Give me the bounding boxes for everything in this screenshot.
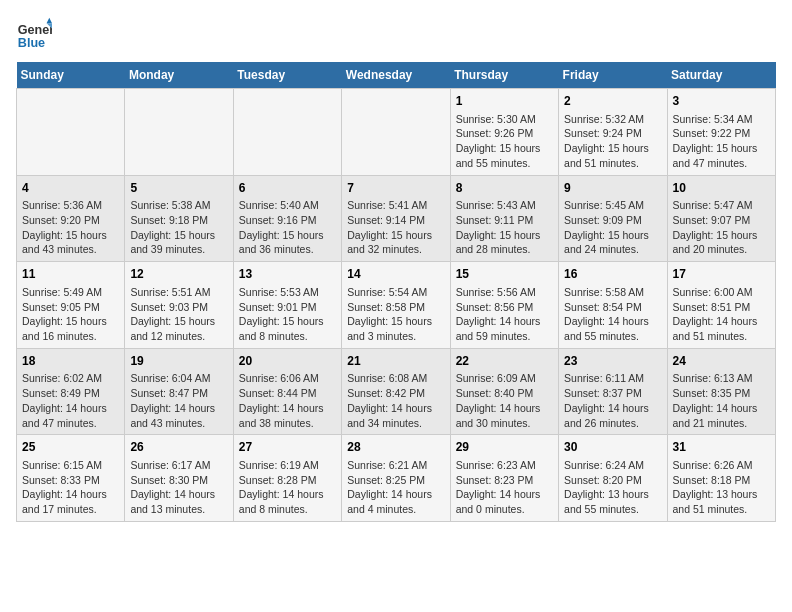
day-info: Sunset: 9:24 PM	[564, 126, 661, 141]
day-number: 13	[239, 266, 336, 283]
day-info: Sunset: 8:20 PM	[564, 473, 661, 488]
day-number: 28	[347, 439, 444, 456]
day-info: Sunrise: 5:56 AM	[456, 285, 553, 300]
day-info: Daylight: 15 hours	[239, 228, 336, 243]
day-info: Sunrise: 6:21 AM	[347, 458, 444, 473]
calendar-cell: 21Sunrise: 6:08 AMSunset: 8:42 PMDayligh…	[342, 348, 450, 435]
calendar-cell: 29Sunrise: 6:23 AMSunset: 8:23 PMDayligh…	[450, 435, 558, 522]
day-info: Sunset: 8:40 PM	[456, 386, 553, 401]
day-number: 1	[456, 93, 553, 110]
calendar-cell: 13Sunrise: 5:53 AMSunset: 9:01 PMDayligh…	[233, 262, 341, 349]
day-info: Sunrise: 6:00 AM	[673, 285, 770, 300]
day-info: and 0 minutes.	[456, 502, 553, 517]
day-info: Daylight: 14 hours	[347, 487, 444, 502]
calendar-cell: 22Sunrise: 6:09 AMSunset: 8:40 PMDayligh…	[450, 348, 558, 435]
day-info: Sunset: 8:18 PM	[673, 473, 770, 488]
day-number: 19	[130, 353, 227, 370]
calendar-cell: 11Sunrise: 5:49 AMSunset: 9:05 PMDayligh…	[17, 262, 125, 349]
column-header-monday: Monday	[125, 62, 233, 89]
column-header-saturday: Saturday	[667, 62, 775, 89]
day-info: Sunset: 8:54 PM	[564, 300, 661, 315]
calendar-cell: 3Sunrise: 5:34 AMSunset: 9:22 PMDaylight…	[667, 89, 775, 176]
day-info: and 12 minutes.	[130, 329, 227, 344]
day-info: Sunset: 8:58 PM	[347, 300, 444, 315]
calendar-week-1: 1Sunrise: 5:30 AMSunset: 9:26 PMDaylight…	[17, 89, 776, 176]
calendar-cell	[17, 89, 125, 176]
day-info: Sunset: 9:03 PM	[130, 300, 227, 315]
calendar-cell: 5Sunrise: 5:38 AMSunset: 9:18 PMDaylight…	[125, 175, 233, 262]
day-info: Daylight: 14 hours	[22, 401, 119, 416]
calendar-cell: 28Sunrise: 6:21 AMSunset: 8:25 PMDayligh…	[342, 435, 450, 522]
calendar-week-3: 11Sunrise: 5:49 AMSunset: 9:05 PMDayligh…	[17, 262, 776, 349]
day-info: Daylight: 15 hours	[564, 228, 661, 243]
day-info: Daylight: 14 hours	[22, 487, 119, 502]
day-info: Sunrise: 5:30 AM	[456, 112, 553, 127]
calendar-cell: 4Sunrise: 5:36 AMSunset: 9:20 PMDaylight…	[17, 175, 125, 262]
day-number: 5	[130, 180, 227, 197]
calendar-cell: 24Sunrise: 6:13 AMSunset: 8:35 PMDayligh…	[667, 348, 775, 435]
day-number: 3	[673, 93, 770, 110]
day-info: Sunset: 8:25 PM	[347, 473, 444, 488]
calendar-cell: 8Sunrise: 5:43 AMSunset: 9:11 PMDaylight…	[450, 175, 558, 262]
day-info: Daylight: 15 hours	[347, 314, 444, 329]
day-info: and 47 minutes.	[22, 416, 119, 431]
calendar-cell: 10Sunrise: 5:47 AMSunset: 9:07 PMDayligh…	[667, 175, 775, 262]
calendar-week-2: 4Sunrise: 5:36 AMSunset: 9:20 PMDaylight…	[17, 175, 776, 262]
day-number: 10	[673, 180, 770, 197]
day-info: Sunrise: 5:40 AM	[239, 198, 336, 213]
calendar-week-5: 25Sunrise: 6:15 AMSunset: 8:33 PMDayligh…	[17, 435, 776, 522]
day-number: 2	[564, 93, 661, 110]
day-info: Sunset: 8:47 PM	[130, 386, 227, 401]
day-info: Sunset: 9:09 PM	[564, 213, 661, 228]
day-info: Sunrise: 5:51 AM	[130, 285, 227, 300]
day-info: and 51 minutes.	[673, 502, 770, 517]
day-info: Sunrise: 6:11 AM	[564, 371, 661, 386]
calendar-cell	[342, 89, 450, 176]
day-number: 17	[673, 266, 770, 283]
day-number: 14	[347, 266, 444, 283]
day-info: Daylight: 14 hours	[456, 314, 553, 329]
day-info: Daylight: 15 hours	[130, 228, 227, 243]
day-info: and 43 minutes.	[130, 416, 227, 431]
day-info: and 26 minutes.	[564, 416, 661, 431]
day-info: Daylight: 13 hours	[564, 487, 661, 502]
day-number: 27	[239, 439, 336, 456]
calendar-cell: 6Sunrise: 5:40 AMSunset: 9:16 PMDaylight…	[233, 175, 341, 262]
day-info: Daylight: 14 hours	[564, 314, 661, 329]
day-info: Sunrise: 5:41 AM	[347, 198, 444, 213]
day-info: Sunset: 9:22 PM	[673, 126, 770, 141]
day-number: 15	[456, 266, 553, 283]
day-info: Sunset: 8:30 PM	[130, 473, 227, 488]
day-info: Sunset: 8:37 PM	[564, 386, 661, 401]
day-number: 31	[673, 439, 770, 456]
day-info: Daylight: 14 hours	[456, 401, 553, 416]
calendar-cell: 17Sunrise: 6:00 AMSunset: 8:51 PMDayligh…	[667, 262, 775, 349]
day-number: 25	[22, 439, 119, 456]
day-info: Daylight: 15 hours	[673, 228, 770, 243]
day-info: Sunrise: 6:08 AM	[347, 371, 444, 386]
day-number: 18	[22, 353, 119, 370]
day-info: and 47 minutes.	[673, 156, 770, 171]
day-info: Sunset: 8:51 PM	[673, 300, 770, 315]
day-info: Daylight: 15 hours	[22, 314, 119, 329]
calendar-cell: 7Sunrise: 5:41 AMSunset: 9:14 PMDaylight…	[342, 175, 450, 262]
day-info: Sunset: 8:33 PM	[22, 473, 119, 488]
day-info: and 51 minutes.	[564, 156, 661, 171]
column-header-friday: Friday	[559, 62, 667, 89]
day-info: Sunrise: 5:47 AM	[673, 198, 770, 213]
day-info: Sunrise: 5:53 AM	[239, 285, 336, 300]
day-info: Daylight: 15 hours	[456, 141, 553, 156]
day-info: Sunset: 8:28 PM	[239, 473, 336, 488]
day-info: Sunset: 8:49 PM	[22, 386, 119, 401]
day-info: and 8 minutes.	[239, 329, 336, 344]
day-number: 21	[347, 353, 444, 370]
day-info: and 38 minutes.	[239, 416, 336, 431]
day-info: Daylight: 13 hours	[673, 487, 770, 502]
calendar-cell: 27Sunrise: 6:19 AMSunset: 8:28 PMDayligh…	[233, 435, 341, 522]
day-info: Daylight: 14 hours	[564, 401, 661, 416]
day-info: and 55 minutes.	[456, 156, 553, 171]
day-info: and 13 minutes.	[130, 502, 227, 517]
day-info: and 34 minutes.	[347, 416, 444, 431]
calendar-cell: 23Sunrise: 6:11 AMSunset: 8:37 PMDayligh…	[559, 348, 667, 435]
day-number: 11	[22, 266, 119, 283]
